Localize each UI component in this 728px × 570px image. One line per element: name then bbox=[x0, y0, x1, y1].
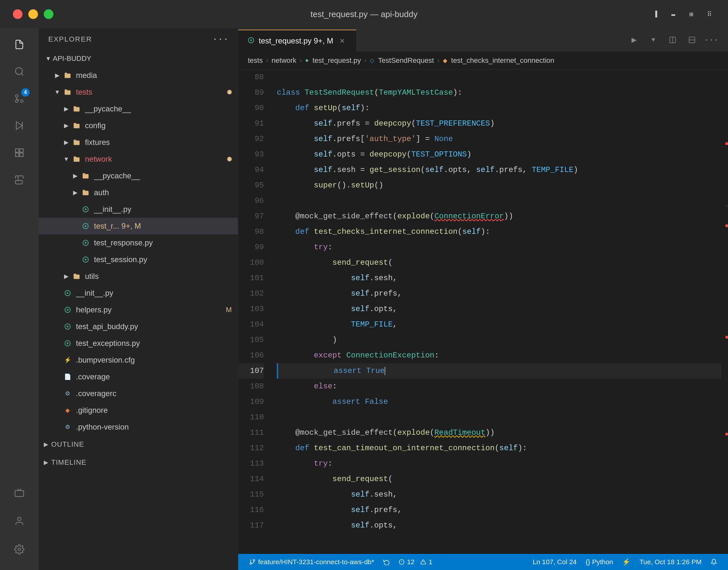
more-icon[interactable]: ⠿ bbox=[704, 8, 715, 20]
activity-remote[interactable] bbox=[6, 480, 32, 506]
outline-arrow: ▶ bbox=[44, 441, 49, 448]
activity-run[interactable] bbox=[6, 113, 32, 138]
timeline-section[interactable]: ▶ TIMELINE bbox=[39, 454, 238, 472]
maximize-button[interactable] bbox=[44, 9, 53, 19]
code-line-89: class TestSendRequest(TempYAMLTestCase): bbox=[277, 88, 462, 97]
layout-icon[interactable]: ⊞ bbox=[686, 8, 697, 20]
editor-area: test_request.py 9+, M ✕ ▶ ▼ ··· bbox=[238, 28, 728, 570]
tab-close-button[interactable]: ✕ bbox=[337, 36, 346, 45]
code-line-97: @mock_get_side_effect(explode(Connection… bbox=[277, 212, 513, 221]
svg-rect-10 bbox=[15, 153, 19, 157]
timeline-arrow: ▶ bbox=[44, 459, 49, 466]
code-line-104: TEMP_FILE, bbox=[277, 320, 397, 329]
code-content[interactable]: class TestSendRequest(TempYAMLTestCase):… bbox=[270, 69, 728, 554]
panel-toggle-icon[interactable]: ▬ bbox=[668, 8, 679, 20]
tree-item-tests[interactable]: ▼ tests bbox=[39, 84, 238, 100]
breadcrumb-class[interactable]: ◇ TestSendRequest bbox=[370, 56, 434, 65]
tree-item-test-api-buddy[interactable]: test_api_buddy.py bbox=[39, 318, 238, 335]
svg-point-29 bbox=[253, 560, 255, 561]
branch-icon bbox=[249, 559, 255, 565]
title-bar: test_request.py — api-buddy ▐ ▬ ⊞ ⠿ bbox=[0, 0, 728, 28]
activity-source-control[interactable]: 4 bbox=[6, 86, 32, 111]
tab-actions: ▶ ▼ ··· bbox=[627, 28, 728, 51]
file-tree: ▼ API-BUDDY ▶ media ▼ tests bbox=[39, 50, 238, 570]
tab-label: test_request.py 9+, M bbox=[259, 36, 333, 45]
svg-point-30 bbox=[250, 563, 252, 565]
code-line-94: self.sesh = get_session(self.opts, self.… bbox=[277, 166, 578, 174]
tree-item-pycache1[interactable]: ▶ __pycache__ bbox=[39, 100, 238, 117]
sidebar-more-button[interactable]: ··· bbox=[212, 34, 228, 44]
activity-explorer[interactable] bbox=[6, 32, 32, 57]
code-line-114: send_request( bbox=[277, 475, 393, 483]
status-position[interactable]: Ln 107, Col 24 bbox=[528, 554, 581, 570]
run-button[interactable]: ▶ bbox=[627, 33, 641, 47]
svg-point-4 bbox=[15, 100, 18, 102]
code-line-101: self.sesh, bbox=[277, 274, 397, 282]
tree-item-init-network[interactable]: __init__.py bbox=[39, 201, 238, 218]
tree-item-auth[interactable]: ▶ auth bbox=[39, 184, 238, 201]
breadcrumb-file[interactable]: ● test_request.py bbox=[305, 56, 361, 65]
tree-item-test-session[interactable]: test_session.py bbox=[39, 251, 238, 268]
activity-search[interactable] bbox=[6, 59, 32, 84]
activity-bar: 4 bbox=[0, 28, 39, 570]
code-line-117: self.opts, bbox=[277, 521, 397, 530]
tree-item-test-response[interactable]: test_response.py bbox=[39, 234, 238, 251]
sidebar-header: EXPLORER ··· bbox=[39, 28, 238, 50]
activity-bottom bbox=[6, 480, 32, 570]
code-line-103: self.opts, bbox=[277, 305, 397, 313]
tree-item-config[interactable]: ▶ config bbox=[39, 117, 238, 134]
tree-item-utils[interactable]: ▶ utils bbox=[39, 268, 238, 285]
code-line-99: try: bbox=[277, 243, 332, 252]
tree-item-fixtures[interactable]: ▶ fixtures bbox=[39, 134, 238, 151]
code-line-107: assert True bbox=[277, 363, 722, 379]
main-container: 4 bbox=[0, 28, 728, 570]
status-language[interactable]: {} Python bbox=[581, 554, 618, 570]
activity-testing[interactable] bbox=[6, 167, 32, 193]
split-editor-button[interactable] bbox=[666, 33, 680, 47]
root-label: API-BUDDY bbox=[53, 54, 91, 63]
activity-account[interactable] bbox=[6, 508, 32, 534]
tree-item-gitignore[interactable]: ◆ .gitignore bbox=[39, 402, 238, 418]
close-button[interactable] bbox=[13, 9, 23, 19]
outline-section[interactable]: ▶ OUTLINE bbox=[39, 436, 238, 454]
run-dropdown-button[interactable]: ▼ bbox=[646, 33, 660, 47]
tab-test-request[interactable]: test_request.py 9+, M ✕ bbox=[238, 30, 356, 51]
tree-item-network[interactable]: ▼ network bbox=[39, 151, 238, 168]
code-line-113: try: bbox=[277, 459, 332, 468]
tree-root[interactable]: ▼ API-BUDDY bbox=[39, 50, 238, 67]
status-branch[interactable]: feature/HINT-3231-connect-to-aws-db* bbox=[244, 554, 379, 570]
activity-extensions[interactable] bbox=[6, 140, 32, 166]
status-bell[interactable] bbox=[706, 554, 722, 570]
status-errors[interactable]: 12 1 bbox=[394, 554, 437, 570]
outline-label: OUTLINE bbox=[51, 440, 84, 449]
tree-item-pycache2[interactable]: ▶ __pycache__ bbox=[39, 168, 238, 184]
tree-item-media[interactable]: ▶ media bbox=[39, 67, 238, 84]
activity-settings[interactable] bbox=[6, 537, 32, 562]
status-sync[interactable] bbox=[379, 554, 394, 570]
breadcrumb-network[interactable]: network bbox=[272, 56, 296, 65]
editor-layout-button[interactable] bbox=[685, 33, 699, 47]
tree-item-coverage[interactable]: 📄 .coverage bbox=[39, 368, 238, 385]
tree-item-coveragerc[interactable]: ⚙ .coveragerc bbox=[39, 385, 238, 402]
tests-modified-dot bbox=[227, 90, 232, 94]
source-control-badge: 4 bbox=[21, 88, 30, 96]
tree-item-python-version[interactable]: ⚙ .python-version bbox=[39, 418, 238, 436]
line-numbers: 88 89 90 91 92 93 94 95 96 97 98 99 100 … bbox=[238, 69, 270, 554]
breadcrumb-method[interactable]: ◆ test_checks_internet_connection bbox=[443, 56, 554, 65]
svg-rect-12 bbox=[15, 491, 24, 497]
sync-icon bbox=[383, 559, 390, 565]
tree-item-bumpversion[interactable]: ⚡ .bumpversion.cfg bbox=[39, 352, 238, 368]
breadcrumb-tests[interactable]: tests bbox=[248, 56, 263, 65]
more-actions-button[interactable]: ··· bbox=[704, 33, 718, 47]
sidebar-toggle-icon[interactable]: ▐ bbox=[650, 8, 661, 20]
tree-item-helpers[interactable]: helpers.py M bbox=[39, 301, 238, 318]
minimize-button[interactable] bbox=[28, 9, 38, 19]
network-modified-dot bbox=[227, 157, 232, 161]
tree-item-test-exceptions[interactable]: test_exceptions.py bbox=[39, 335, 238, 352]
tree-item-test-request[interactable]: test_r... 9+, M bbox=[39, 218, 238, 234]
status-thunder[interactable]: ⚡ bbox=[618, 554, 635, 570]
language-label: {} Python bbox=[586, 558, 613, 566]
tree-item-init-root[interactable]: __init__.py bbox=[39, 285, 238, 301]
code-editor[interactable]: 88 89 90 91 92 93 94 95 96 97 98 99 100 … bbox=[238, 69, 728, 554]
status-datetime[interactable]: Tue, Oct 18 1:26 PM bbox=[635, 554, 706, 570]
